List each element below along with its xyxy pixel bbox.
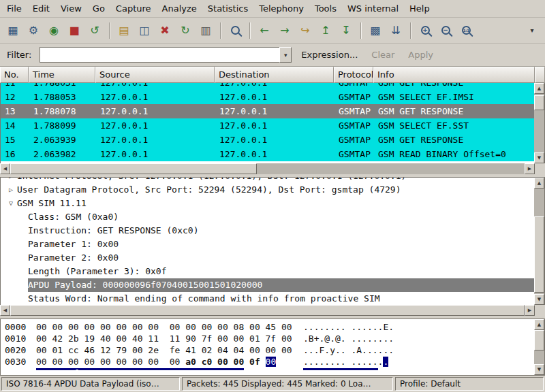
scrollbar-track[interactable]	[534, 189, 544, 294]
detail-row-instruction[interactable]: Instruction: GET RESPONSE (0xc0)	[1, 224, 534, 238]
scroll-up-button[interactable]: ▲	[534, 178, 544, 189]
go-bottom-button[interactable]: ↧	[336, 20, 356, 41]
packet-row-13-selected[interactable]: 131.788078 127.0.0.1127.0.0.1 GSMTAPGSM …	[1, 104, 534, 118]
menu-file[interactable]: File	[1, 1, 27, 16]
packet-list-vscrollbar[interactable]: ▲ ▼	[534, 83, 544, 163]
scroll-right-button[interactable]: ▶	[525, 305, 535, 316]
detail-row-length[interactable]: Length (Parameter 3): 0x0f	[1, 265, 534, 278]
hex-row-0030[interactable]: 0030 00 00 00 00 00 00 00 00 00 a0 c0 00…	[5, 356, 534, 368]
detail-row-ip-partial[interactable]: ▷ Internet Protocol, Src: 127.0.0.1 (127…	[1, 178, 534, 183]
menu-capture[interactable]: Capture	[110, 1, 157, 16]
scroll-left-button[interactable]: ◀	[0, 305, 10, 316]
scrollbar-track[interactable]	[534, 94, 544, 152]
detail-row-apdu-payload-selected[interactable]: APDU Payload: 000000096f0704001500150102…	[1, 278, 534, 292]
toolbar-overflow-button[interactable]: ▾	[522, 20, 542, 41]
capture-options-button[interactable]: ⚙	[23, 20, 44, 41]
hex-row-0020[interactable]: 0020 00 01 cc 46 12 79 00 2e fe 41 02 04…	[5, 344, 534, 356]
packet-row-14[interactable]: 141.788099 127.0.0.1127.0.0.1 GSMTAPGSM …	[1, 118, 534, 133]
menu-analyze[interactable]: Analyze	[157, 1, 202, 16]
scrollbar-thumb[interactable]	[534, 95, 544, 110]
scrollbar-thumb[interactable]	[10, 163, 257, 174]
scrollbar-track[interactable]	[534, 330, 544, 364]
reload-file-button[interactable]: ↻	[175, 20, 196, 41]
column-header-info[interactable]: Info	[373, 67, 535, 83]
scrollbar-track[interactable]	[10, 163, 525, 174]
menu-go[interactable]: Go	[87, 1, 110, 16]
apply-button[interactable]: Apply	[404, 48, 437, 62]
zoom-out-button[interactable]: −	[435, 20, 456, 41]
details-hscrollbar[interactable]: ◀ ▶	[0, 305, 545, 316]
filter-history-dropdown[interactable]: ▾	[279, 47, 292, 63]
packet-row-15[interactable]: 152.063939 127.0.0.1127.0.0.1 GSMTAPGSM …	[1, 133, 534, 147]
column-header-protocol[interactable]: Protocol	[334, 67, 373, 83]
close-file-button[interactable]: ✖	[155, 20, 175, 41]
hex-row-0010[interactable]: 0010 00 42 2b 19 40 00 40 11 11 90 7f 00…	[5, 333, 534, 344]
hex-row-0040-partial[interactable]: 0040 00 09 6f 07 04 00 15 00 15 01 02 00…	[5, 368, 534, 370]
expander-collapsed-icon[interactable]: ▷	[5, 178, 17, 183]
detail-row-parameter1[interactable]: Parameter 1: 0x00	[1, 238, 534, 251]
status-profile[interactable]: Profile: Default	[395, 377, 544, 391]
scroll-up-button[interactable]: ▲	[534, 83, 544, 94]
scroll-right-button[interactable]: ▶	[525, 163, 535, 174]
zoom-out-icon: −	[441, 26, 450, 35]
scroll-down-button[interactable]: ▼	[534, 152, 544, 163]
column-header-no[interactable]: No.	[0, 67, 29, 83]
hex-vscrollbar[interactable]: ▲ ▼	[534, 319, 544, 375]
packet-list-hscrollbar[interactable]: ◀ ▶	[0, 163, 545, 174]
scroll-up-button[interactable]: ▲	[534, 319, 544, 330]
scrollbar-thumb[interactable]	[10, 305, 525, 316]
column-header-time[interactable]: Time	[29, 67, 95, 83]
save-file-button[interactable]: ◫	[134, 20, 155, 41]
open-file-button[interactable]: ▤	[114, 20, 134, 41]
capture-stop-button[interactable]: ■	[64, 20, 84, 41]
list-interfaces-button[interactable]: ▦	[3, 20, 23, 41]
detail-row-udp[interactable]: ▷ User Datagram Protocol, Src Port: 5229…	[1, 183, 534, 197]
filter-button[interactable]: Filter:	[4, 48, 34, 62]
packet-row-11[interactable]: 11 1.788031 127.0.0.1 127.0.0.1 GSMTAP G…	[1, 83, 534, 90]
go-top-button[interactable]: ↥	[315, 20, 336, 41]
column-header-destination[interactable]: Destination	[215, 67, 334, 83]
expander-expanded-icon[interactable]: ▽	[5, 197, 17, 210]
menu-statistics[interactable]: Statistics	[202, 1, 253, 16]
arrow-right-icon: →	[280, 25, 289, 36]
scrollbar-thumb[interactable]	[534, 330, 544, 350]
scrollbar-thumb[interactable]	[534, 216, 544, 293]
scroll-down-button[interactable]: ▼	[534, 364, 544, 375]
menu-tools[interactable]: Tools	[309, 1, 342, 16]
scrollbar-track[interactable]	[10, 305, 525, 316]
column-header-source[interactable]: Source	[95, 67, 215, 83]
menu-ws-internal[interactable]: WS internal	[342, 1, 404, 16]
detail-row-class[interactable]: Class: GSM (0xa0)	[1, 210, 534, 224]
statusbar: ISO 7816-4 APDU Data Payload (iso… Packe…	[0, 376, 545, 392]
go-forward-button[interactable]: →	[275, 20, 295, 41]
print-button[interactable]: ▥	[196, 20, 216, 41]
details-vscrollbar[interactable]: ▲ ▼	[534, 178, 544, 305]
menu-help[interactable]: Help	[404, 1, 435, 16]
detail-row-status-word[interactable]: Status Word: Normal ending of command wi…	[1, 292, 534, 305]
packet-row-12[interactable]: 121.788053 127.0.0.1127.0.0.1 GSMTAPGSM …	[1, 90, 534, 104]
menu-telephony[interactable]: Telephony	[253, 1, 309, 16]
autoscroll-button[interactable]: ⇊	[386, 20, 406, 41]
zoom-normal-button[interactable]: 1:1	[456, 20, 476, 41]
hex-row-0000[interactable]: 0000 00 00 00 00 00 00 00 00 00 00 00 00…	[5, 321, 534, 333]
capture-start-button[interactable]: ◉	[44, 20, 64, 41]
scroll-down-button[interactable]: ▼	[534, 294, 544, 305]
go-back-button[interactable]: ←	[254, 20, 275, 41]
find-packet-button[interactable]	[225, 20, 245, 41]
expander-collapsed-icon[interactable]: ▷	[5, 183, 17, 197]
menu-view[interactable]: View	[55, 1, 87, 16]
scroll-left-button[interactable]: ◀	[0, 163, 10, 174]
capture-restart-button[interactable]: ↺	[84, 20, 105, 41]
goto-packet-button[interactable]: ↪	[295, 20, 315, 41]
expression-button[interactable]: Expression...	[297, 48, 362, 62]
clear-button[interactable]: Clear	[367, 48, 399, 62]
arrow-up-icon: ▲	[538, 323, 541, 327]
detail-row-parameter2[interactable]: Parameter 2: 0x00	[1, 251, 534, 265]
zoom-in-button[interactable]: +	[415, 20, 435, 41]
menu-edit[interactable]: Edit	[27, 1, 55, 16]
packet-details-pane: ▷ Internet Protocol, Src: 127.0.0.1 (127…	[0, 177, 545, 316]
detail-row-gsm-sim[interactable]: ▽ GSM SIM 11.11	[1, 197, 534, 210]
packet-row-16[interactable]: 162.063982 127.0.0.1127.0.0.1 GSMTAPGSM …	[1, 147, 534, 161]
colorize-button[interactable]: ▩	[365, 20, 386, 41]
filter-input[interactable]	[40, 47, 279, 63]
